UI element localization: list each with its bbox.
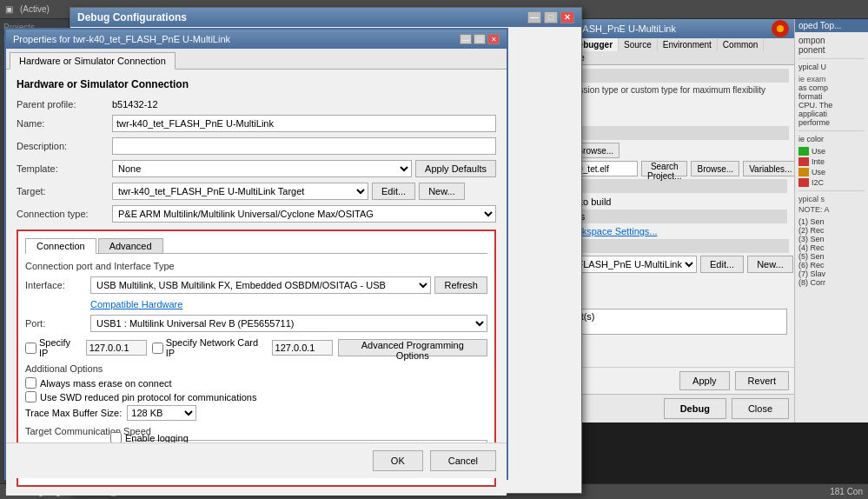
properties-bottom-buttons: OK Cancel [6, 442, 507, 478]
debug-config-close[interactable]: ✕ [560, 11, 574, 23]
note-5: (5) Sen [798, 252, 865, 261]
template-select[interactable]: None [112, 160, 412, 177]
ide-active-label: (Active) [20, 4, 50, 14]
debug-config-minimize[interactable]: — [527, 11, 541, 23]
note-7: (7) Slav [798, 269, 865, 278]
color-label-4: I2C [812, 178, 824, 187]
tab-connection[interactable]: Connection [25, 238, 96, 254]
parent-profile-label: Parent profile: [17, 99, 112, 110]
trace-max-select[interactable]: 128 KB [127, 405, 196, 421]
compatible-hardware-link[interactable]: Compatible Hardware [90, 299, 487, 309]
revert-button[interactable]: Revert [735, 371, 789, 390]
debug-button[interactable]: Debug [664, 398, 726, 419]
debug-config-title: Debug Configurations [77, 11, 187, 23]
ide-background: ▣ (Active) Projects Naviga oped Top... o… [0, 0, 868, 499]
interface-select[interactable]: USB Multilink, USB Multilink FX, Embedde… [90, 276, 431, 294]
target-label: Target: [17, 186, 112, 196]
ok-button[interactable]: OK [373, 450, 423, 471]
note-6: (6) Rec [798, 261, 865, 269]
specify-ip-input[interactable] [86, 340, 147, 356]
parent-profile-row: Parent profile: b51432-12 [17, 99, 496, 110]
properties-tabbar: Hardware or Simulator Connection [6, 49, 507, 70]
specify-ip-checkbox[interactable] [25, 343, 36, 354]
component-label1: ompon [798, 36, 865, 45]
cancel-button[interactable]: Cancel [430, 450, 496, 471]
connection-type-select[interactable]: P&E ARM Multilink/Multilink Universal/Cy… [112, 205, 496, 223]
note-4: (4) Rec [798, 243, 865, 252]
section-title: Hardware or Simulator Connection [17, 78, 496, 90]
edit-init-button[interactable]: Edit... [700, 256, 744, 273]
always-mass-erase-checkbox[interactable] [25, 377, 36, 389]
parent-profile-value: b51432-12 [112, 99, 158, 110]
name-input[interactable] [112, 115, 496, 132]
description-label: Description: [17, 141, 112, 151]
connection-type-label: Connection type: [17, 209, 112, 219]
component-label2: ponent [798, 45, 865, 55]
right-far-panel: oped Top... ompon ponent ypical U ie exa… [794, 19, 868, 422]
trace-row: Trace Max Buffer Size: 128 KB [25, 405, 487, 421]
apply-defaults-button[interactable]: Apply Defaults [415, 160, 496, 177]
additional-options-title: Additional Options [25, 363, 487, 374]
perform-label: performe [798, 118, 865, 127]
color-row-2: Inte [798, 157, 865, 166]
interface-row: Interface: USB Multilink, USB Multilink … [25, 276, 487, 294]
tab-common[interactable]: Common [718, 38, 765, 51]
target-comm-title: Target Communication Speed [25, 426, 487, 436]
conn-section-title: Connection port and Interface Type [25, 261, 487, 271]
color-indicator-4 [798, 178, 809, 187]
tab-hardware-connection[interactable]: Hardware or Simulator Connection [10, 52, 176, 70]
bug-icon [772, 20, 789, 37]
ide-menu[interactable]: ▣ [5, 4, 13, 14]
enable-logging-label: Enable logging [125, 433, 189, 443]
tab-common-label: Common [723, 40, 759, 50]
tab-source-label: Source [624, 40, 652, 50]
description-row: Description: [17, 137, 496, 155]
specify-ip-checkbox-label[interactable]: Specify IP [25, 337, 81, 358]
edit-target-button[interactable]: Edit... [372, 183, 415, 200]
tab-advanced[interactable]: Advanced [98, 238, 163, 253]
color-label-3: Use [812, 168, 825, 176]
color-label-2: Inte [812, 157, 825, 166]
name-label: Name: [17, 118, 112, 129]
template-row: Template: None Apply Defaults [17, 160, 496, 177]
template-label: Template: [17, 163, 112, 174]
description-input[interactable] [112, 137, 496, 155]
apply-button[interactable]: Apply [679, 371, 730, 390]
color-label-1: Use [812, 147, 825, 156]
properties-minimize[interactable]: — [460, 34, 472, 44]
new-target-button[interactable]: New... [419, 183, 465, 200]
specify-network-checkbox[interactable] [152, 343, 163, 354]
status-counter: 181 Con [830, 487, 863, 496]
use-swd-row: Use SWD reduced pin protocol for communi… [25, 391, 487, 403]
properties-maximize[interactable]: □ [474, 34, 486, 44]
color-row-1: Use [798, 147, 865, 156]
example-label: ie exam [798, 75, 865, 83]
properties-title: Properties for twr-k40_tet_FLASH_PnE U-M… [13, 34, 230, 44]
refresh-button[interactable]: Refresh [434, 276, 487, 294]
use-swd-checkbox[interactable] [25, 391, 36, 403]
variables-button[interactable]: Variables... [743, 161, 794, 176]
elf-browse2-button[interactable]: Browse... [691, 161, 739, 176]
ip-row: Specify IP Specify Network Card IP Advan… [25, 337, 487, 358]
search-project-button[interactable]: Search Project... [641, 161, 687, 176]
specify-network-input[interactable] [272, 340, 333, 356]
port-select[interactable]: USB1 : Multilink Universal Rev B (PE5655… [90, 315, 487, 332]
target-row: Target: twr-k40_tet_FLASH_PnE U-MultiLin… [17, 183, 496, 200]
note-8: (8) Corr [798, 278, 865, 287]
always-mass-erase-label: Always mass erase on connect [40, 378, 172, 389]
new-init-button[interactable]: New... [747, 256, 793, 273]
specify-network-checkbox-label[interactable]: Specify Network Card IP [152, 337, 267, 358]
debug-config-maximize[interactable]: □ [544, 11, 558, 23]
tab-environment[interactable]: Environment [658, 38, 718, 51]
close-debug-button[interactable]: Close [732, 398, 789, 419]
adv-prog-button[interactable]: Advanced Programming Options [338, 339, 487, 356]
typical-s-label: ypical s [798, 195, 865, 203]
right-far-title: oped Top... [795, 19, 868, 32]
format-label: formati [798, 92, 865, 101]
target-select[interactable]: twr-k40_tet_FLASH_PnE U-MultiLink Target [112, 183, 368, 200]
color-indicator-2 [798, 157, 809, 166]
properties-close[interactable]: ✕ [487, 34, 500, 44]
properties-titlebar: Properties for twr-k40_tet_FLASH_PnE U-M… [6, 30, 507, 49]
properties-window: Properties for twr-k40_tet_FLASH_PnE U-M… [4, 28, 508, 480]
tab-source[interactable]: Source [619, 38, 658, 51]
